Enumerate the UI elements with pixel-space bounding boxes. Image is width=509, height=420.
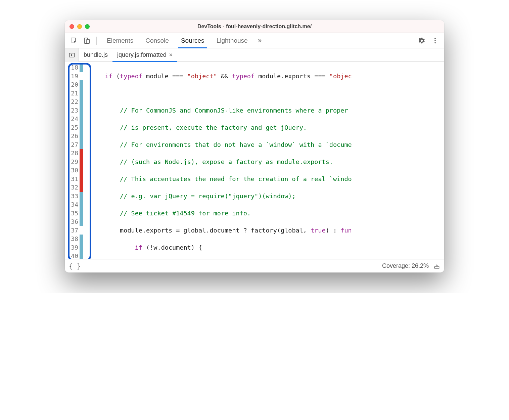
coverage-marker [80,106,83,115]
window-controls [70,24,90,29]
window-title: DevTools - foul-heavenly-direction.glitc… [65,24,444,30]
gutter-row[interactable]: 37 [65,226,83,235]
pretty-print-icon[interactable]: { } [69,262,81,270]
coverage-marker [80,217,83,226]
maximize-window-button[interactable] [85,24,90,29]
line-number: 27 [65,140,80,149]
divider [96,37,97,45]
gutter-row[interactable]: 23 [65,106,83,115]
line-number: 24 [65,115,80,123]
line-gutter: 1819202122232425262728293031323334353637… [65,62,83,259]
file-tab-bundle[interactable]: bundle.js [79,48,112,62]
minimize-window-button[interactable] [77,24,82,29]
coverage-marker [80,140,83,149]
gutter-row[interactable]: 27 [65,140,83,149]
file-tab-bar: bundle.js jquery.js:formatted × [65,48,444,62]
more-tabs-icon[interactable]: » [254,36,266,45]
coverage-marker [80,183,83,192]
svg-point-3 [434,38,436,39]
coverage-marker [80,149,83,158]
tab-elements[interactable]: Elements [101,33,139,48]
file-tab-label: bundle.js [84,51,108,58]
gutter-row[interactable]: 18 [65,63,83,72]
gutter-row[interactable]: 26 [65,132,83,140]
tab-console[interactable]: Console [139,33,175,48]
devtools-window: DevTools - foul-heavenly-direction.glitc… [65,20,444,272]
kebab-menu-icon[interactable] [429,35,441,46]
code-editor[interactable]: 1819202122232425262728293031323334353637… [65,62,444,259]
gutter-row[interactable]: 35 [65,209,83,218]
file-tab-label: jquery.js:formatted [117,51,167,58]
gutter-row[interactable]: 34 [65,200,83,209]
line-number: 37 [65,226,80,235]
panel-tabs: Elements Console Sources Lighthouse » [101,33,415,48]
coverage-marker [80,166,83,175]
gutter-row[interactable]: 20 [65,80,83,89]
gutter-row[interactable]: 19 [65,72,83,81]
coverage-status: Coverage: 26.2% [382,262,429,269]
tab-sources[interactable]: Sources [175,33,211,48]
gutter-row[interactable]: 33 [65,192,83,201]
gutter-row[interactable]: 22 [65,97,83,106]
coverage-marker [80,115,83,123]
line-number: 29 [65,158,80,166]
coverage-marker [80,97,83,106]
coverage-marker [80,200,83,209]
editor-footer: { } Coverage: 26.2% [65,259,444,272]
gutter-row[interactable]: 29 [65,158,83,166]
close-icon[interactable]: × [169,51,173,58]
coverage-marker [80,235,83,243]
svg-point-4 [434,40,436,41]
gutter-row[interactable]: 30 [65,166,83,175]
coverage-marker [80,243,83,252]
line-number: 35 [65,209,80,218]
gutter-row[interactable]: 25 [65,123,83,132]
gutter-row[interactable]: 36 [65,217,83,226]
tab-lighthouse[interactable]: Lighthouse [211,33,254,48]
coverage-marker [80,89,83,98]
line-number: 34 [65,200,80,209]
line-number: 19 [65,72,80,81]
coverage-marker [80,192,83,201]
coverage-marker [80,226,83,235]
line-number: 26 [65,132,80,140]
gutter-row[interactable]: 21 [65,89,83,98]
line-number: 23 [65,106,80,115]
navigator-toggle-icon[interactable] [65,48,79,62]
gutter-row[interactable]: 31 [65,175,83,183]
gutter-row[interactable]: 39 [65,243,83,252]
line-number: 30 [65,166,80,175]
inspect-element-icon[interactable] [68,35,80,46]
line-number: 32 [65,183,80,192]
line-number: 38 [65,235,80,243]
gutter-row[interactable]: 24 [65,115,83,123]
device-toggle-icon[interactable] [81,35,92,46]
coverage-marker [80,132,83,140]
line-number: 36 [65,217,80,226]
line-number: 18 [65,63,80,72]
main-toolbar: Elements Console Sources Lighthouse » [65,33,444,48]
file-tab-jquery[interactable]: jquery.js:formatted × [112,48,177,62]
line-number: 28 [65,149,80,158]
svg-point-5 [434,42,436,43]
svg-rect-2 [87,39,89,43]
close-window-button[interactable] [70,24,74,29]
titlebar: DevTools - foul-heavenly-direction.glitc… [65,20,444,33]
coverage-marker [80,209,83,218]
coverage-marker [80,158,83,166]
gutter-row[interactable]: 40 [65,252,83,259]
coverage-marker [80,72,83,81]
line-number: 31 [65,175,80,183]
settings-icon[interactable] [416,35,427,46]
coverage-marker [80,175,83,183]
gutter-row[interactable]: 38 [65,235,83,243]
svg-rect-7 [434,266,439,268]
line-number: 40 [65,252,80,259]
coverage-marker [80,123,83,132]
line-number: 21 [65,89,80,98]
gutter-row[interactable]: 28 [65,149,83,158]
gutter-row[interactable]: 32 [65,183,83,192]
line-number: 22 [65,97,80,106]
coverage-marker [80,80,83,89]
expand-panel-icon[interactable] [433,263,440,269]
